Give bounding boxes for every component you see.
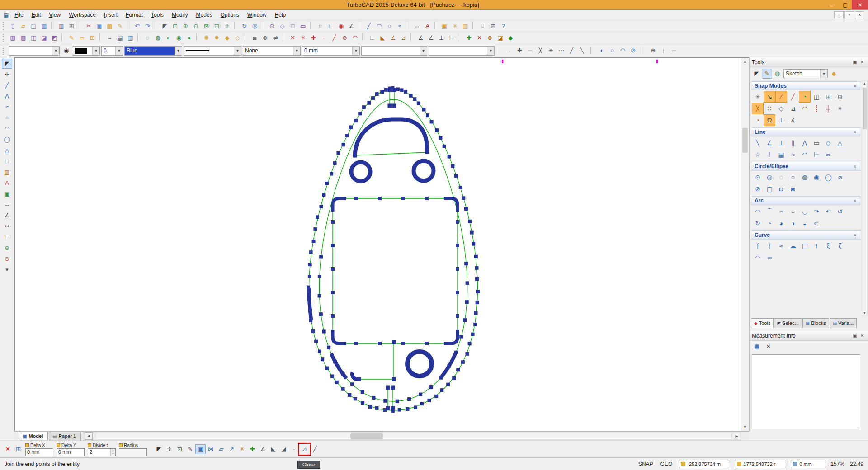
chevron-down-icon[interactable]: ▾ (115, 47, 123, 55)
point-mark-icon[interactable]: ✕ (288, 33, 298, 43)
full-circle-icon[interactable]: ○ (607, 46, 618, 56)
section-header-curve[interactable]: Curve « (751, 230, 860, 240)
inference-dots-icon[interactable]: ⋯ (556, 46, 566, 56)
collapse-icon[interactable]: « (853, 85, 858, 87)
selection-window-icon[interactable]: ⊡ (175, 444, 185, 454)
menu-file[interactable]: File (10, 10, 27, 19)
arc-icon[interactable]: ◠ (374, 21, 384, 31)
draw-node-icon[interactable]: ✎ (185, 444, 195, 454)
workplane-3point-icon[interactable]: ◪ (39, 33, 49, 43)
calculator-icon[interactable]: ⊞ (488, 21, 498, 31)
line-icon[interactable]: ╱ (363, 21, 374, 31)
scroll-down-icon[interactable]: ▼ (862, 310, 867, 316)
zoom-window-icon[interactable]: ⊡ (170, 21, 180, 31)
polygon-tool-icon[interactable]: △ (2, 146, 12, 155)
snap-plane-icon[interactable]: ⊿ (787, 103, 799, 114)
canvas-vertical-scrollbar[interactable]: ▲ ▼ (741, 58, 749, 431)
inference-star-icon[interactable]: ✳ (546, 46, 556, 56)
insert-object-icon[interactable]: ▣ (2, 189, 12, 199)
contour-icon[interactable]: ξ (822, 240, 834, 252)
move-handle-icon[interactable]: ✛ (164, 444, 175, 454)
snap-toggle[interactable]: SNAP (637, 461, 654, 467)
inference-middle-icon[interactable]: ✚ (514, 46, 525, 56)
toolbar-grip[interactable] (3, 34, 5, 42)
boolean-add-icon[interactable]: ✚ (464, 33, 474, 43)
menu-help[interactable]: Help (271, 10, 290, 19)
donut-icon[interactable]: ◙ (787, 183, 799, 195)
collapse-icon[interactable]: « (853, 234, 858, 236)
snap-tangent-icon[interactable]: ◠ (799, 103, 811, 114)
arc-segment-icon[interactable]: ◐ (597, 46, 607, 56)
line-tool-icon[interactable]: ╱ (2, 80, 12, 90)
extra-combo-1[interactable]: ▾ (361, 46, 427, 56)
spline-icon[interactable]: ʃ (752, 240, 764, 252)
print-preview-icon[interactable]: ⊞ (66, 21, 77, 31)
line-parallel-icon[interactable]: ∥ (787, 137, 799, 149)
workplane-entity-icon[interactable]: ◫ (28, 33, 39, 43)
tangent-line-icon[interactable]: ◠ (799, 149, 811, 160)
delta-x-input[interactable]: 0 mm (25, 448, 53, 456)
workplane-face-icon[interactable]: ▨ (18, 33, 28, 43)
add-node-icon[interactable]: ✚ (247, 444, 258, 454)
line-perpendicular-icon[interactable]: ⊥ (775, 137, 787, 149)
chevron-down-icon[interactable]: ▾ (92, 47, 99, 55)
snap-angular-icon[interactable]: ∡ (787, 114, 799, 126)
camera-target-icon[interactable]: ⊚ (260, 33, 270, 43)
radius-input[interactable] (119, 448, 147, 456)
draw-mode-icon[interactable]: ✎ (762, 69, 772, 79)
edit-node-icon[interactable]: ✛ (2, 70, 12, 80)
wireframe-render-icon[interactable]: ◌ (142, 33, 153, 43)
tab-scroll-left-icon[interactable]: ◀ (85, 432, 93, 440)
polygon-icon[interactable]: △ (834, 137, 846, 149)
tab-selection[interactable]: ◤ Selec... (774, 318, 802, 328)
fillet-icon[interactable]: ∠ (388, 33, 398, 43)
snap-vertical-icon[interactable]: ┋ (811, 103, 822, 114)
view-top-icon[interactable]: ▭ (298, 21, 308, 31)
environments-icon[interactable]: ◇ (232, 33, 243, 43)
sketch-plane-icon[interactable]: ✎ (66, 33, 77, 43)
cloud-rectangular-icon[interactable]: ▢ (799, 240, 811, 252)
ellipse-tool-icon[interactable]: ◯ (2, 135, 12, 145)
curve-more-icon[interactable]: ∞ (764, 252, 775, 263)
bezier-icon[interactable]: ∫ (764, 240, 775, 252)
inference-diagonal-2-icon[interactable]: ╲ (577, 46, 587, 56)
collapse-icon[interactable]: « (853, 165, 858, 168)
extras-tool-icon[interactable]: ⊕ (2, 243, 12, 253)
section-header-circle-ellipse[interactable]: Circle/Ellipse « (751, 162, 860, 171)
layers-icon[interactable]: ≡ (104, 33, 115, 43)
snap-aperture-icon[interactable]: ⊞ (822, 91, 834, 103)
more-tools-icon[interactable]: ▾ (2, 265, 12, 275)
angle-reference-icon[interactable]: ∠ (426, 33, 436, 43)
coordinate-x-box[interactable]: -252,875734 m (679, 460, 729, 468)
ortho-mode-icon[interactable]: ∟ (326, 21, 336, 31)
redo-icon[interactable]: ↷ (142, 21, 153, 31)
viewport-icon[interactable]: ⊞ (87, 33, 98, 43)
cancel-icon[interactable]: ✕ (3, 444, 13, 454)
finish-icon[interactable]: ╱ (310, 444, 320, 454)
grid-toggle-icon[interactable]: ⌗ (315, 21, 326, 31)
pen-color-swatch-combo[interactable]: ▾ (73, 46, 100, 56)
undo-icon[interactable]: ↶ (132, 21, 142, 31)
menu-workspace[interactable]: Workspace (65, 10, 100, 19)
menu-edit[interactable]: Edit (28, 10, 45, 19)
palette-scrollbar[interactable]: ▲ ▼ (862, 80, 868, 316)
redraw-icon[interactable]: ↻ (239, 21, 250, 31)
maximize-icon[interactable]: ▢ (839, 0, 852, 9)
tab-paper-1[interactable]: ▤ Paper 1 (49, 432, 81, 440)
snap-divide-icon[interactable]: ╪ (822, 103, 834, 114)
save-all-icon[interactable]: ▥ (39, 21, 49, 31)
tab-tools[interactable]: ◆ Tools (751, 318, 774, 328)
blend-icon[interactable]: ζ (834, 240, 846, 252)
zoom-previous-icon[interactable]: ⊟ (212, 21, 222, 31)
no-fill-icon[interactable]: ⊘ (628, 46, 638, 56)
point-star-icon[interactable]: ✳ (298, 33, 308, 43)
stitch-icon[interactable]: ◪ (495, 33, 505, 43)
canvas-horizontal-scrollbar[interactable] (95, 432, 732, 440)
aerial-view-icon[interactable]: ◎ (250, 21, 260, 31)
break-angle-icon[interactable]: ∠ (258, 444, 268, 454)
modify-tool-icon[interactable]: ✂ (2, 221, 12, 231)
construction-circle-icon[interactable]: ⊘ (340, 33, 350, 43)
color-name-combo[interactable]: Blue ▾ (124, 46, 182, 56)
multiline-icon[interactable]: ≍ (822, 149, 834, 160)
pick-point-icon[interactable]: ◤ (154, 444, 164, 454)
